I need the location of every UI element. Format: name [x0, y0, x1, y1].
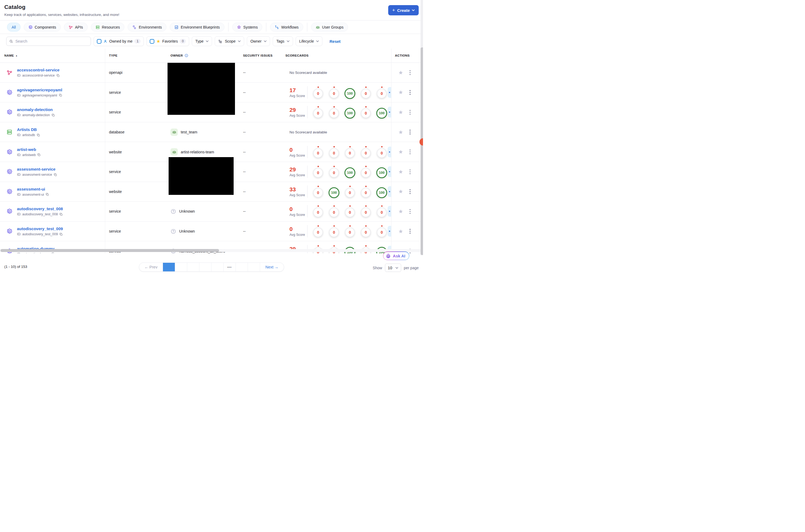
scorecard-circle[interactable]: 0 — [329, 166, 339, 177]
scorecard-circle[interactable]: 0 — [345, 225, 355, 237]
info-icon[interactable] — [184, 54, 188, 57]
tab-workflows[interactable]: Workflows — [270, 23, 303, 32]
tags-dropdown[interactable]: Tags — [273, 36, 293, 46]
favorite-star-icon[interactable] — [398, 70, 404, 75]
scorecard-circle[interactable]: 0 — [345, 146, 355, 158]
scorecard-circle[interactable]: 100 — [377, 185, 387, 198]
entity-name-link[interactable]: agnivagenericrepoyaml — [17, 88, 62, 92]
scorecard-circle[interactable]: 0 — [361, 87, 371, 98]
scorecard-circle[interactable]: 0 — [329, 225, 339, 237]
kebab-menu-icon[interactable] — [409, 149, 411, 155]
favorite-star-icon[interactable] — [398, 149, 404, 155]
favorite-star-icon[interactable] — [398, 109, 404, 115]
tab-systems[interactable]: Systems — [232, 23, 262, 32]
owned-by-me-filter[interactable]: Owned by me 1 — [94, 36, 144, 46]
scorecard-circle[interactable]: 0 — [313, 225, 323, 237]
create-button[interactable]: + Create — [388, 5, 419, 15]
entity-name-link[interactable]: Artists DB — [17, 127, 40, 132]
next-button[interactable]: Next → — [260, 263, 284, 271]
vertical-scrollbar-thumb[interactable] — [421, 48, 423, 255]
scorecard-circle[interactable]: 0 — [361, 225, 371, 237]
page-16[interactable]: 16 — [248, 263, 260, 272]
scorecard-circle[interactable]: 0 — [361, 146, 371, 158]
owner-dropdown[interactable]: Owner — [247, 36, 270, 46]
copy-icon[interactable] — [59, 213, 63, 216]
lifecycle-dropdown[interactable]: Lifecycle — [296, 36, 323, 46]
scorecard-circle[interactable]: 100 — [345, 86, 355, 99]
search-input[interactable] — [15, 39, 88, 43]
entity-name-link[interactable]: assessment-ui — [17, 187, 49, 191]
horizontal-scrollbar-thumb[interactable] — [1, 249, 219, 252]
kebab-menu-icon[interactable] — [409, 109, 411, 116]
copy-icon[interactable] — [52, 252, 55, 253]
scorecard-circle[interactable]: 0 — [361, 166, 371, 177]
scorecard-circle[interactable]: 0 — [313, 166, 323, 177]
entity-name-link[interactable]: anomaly-detection — [17, 107, 55, 112]
copy-icon[interactable] — [56, 74, 60, 77]
scorecard-circle[interactable]: 100 — [345, 165, 355, 178]
scorecard-circle[interactable]: 0 — [361, 205, 371, 217]
scorecard-circle[interactable]: 0 — [377, 146, 387, 158]
type-dropdown[interactable]: Type — [192, 36, 212, 46]
scorecard-circle[interactable]: 0 — [345, 186, 355, 197]
owned-by-me-checkbox[interactable] — [97, 39, 102, 44]
tab-resources[interactable]: Resources — [91, 23, 125, 32]
scorecard-circle[interactable]: 0 — [377, 87, 387, 98]
prev-button[interactable]: ← Prev — [139, 263, 163, 271]
tab-user-groups[interactable]: User Groups — [311, 23, 348, 32]
copy-icon[interactable] — [45, 193, 49, 196]
copy-icon[interactable] — [59, 233, 63, 236]
scorecard-circle[interactable]: 0 — [377, 225, 387, 237]
scorecard-circle[interactable]: 0 — [329, 106, 339, 118]
page-3[interactable]: 3 — [187, 263, 199, 272]
tab-components[interactable]: Components — [24, 23, 61, 32]
page-15[interactable]: 15 — [236, 263, 248, 272]
scorecard-circle[interactable]: 0 — [377, 205, 387, 217]
scorecard-circle[interactable]: 0 — [361, 186, 371, 197]
kebab-menu-icon[interactable] — [409, 228, 411, 234]
scorecard-circle[interactable]: 100 — [377, 165, 387, 178]
tab-environment-blueprints[interactable]: Environment Blueprints — [170, 23, 224, 32]
scope-dropdown[interactable]: Scope — [215, 36, 244, 46]
page-2[interactable]: 2 — [175, 263, 187, 272]
copy-icon[interactable] — [52, 113, 55, 117]
copy-icon[interactable] — [59, 94, 62, 97]
favorites-filter[interactable]: ★ Favorites 0 — [146, 36, 189, 46]
page-4[interactable]: 4 — [199, 263, 212, 272]
entity-name-link[interactable]: autodiscovery_test_008 — [17, 206, 63, 211]
entity-name-link[interactable]: autodiscovery_test_009 — [17, 226, 63, 231]
entity-name-link[interactable]: artist-web — [17, 147, 41, 152]
entity-name-link[interactable]: accesscontrol-service — [17, 68, 60, 72]
scorecard-circle[interactable]: 0 — [329, 205, 339, 217]
favorite-star-icon[interactable] — [398, 189, 404, 194]
favorite-star-icon[interactable] — [398, 90, 404, 95]
kebab-menu-icon[interactable] — [409, 188, 411, 195]
column-header-name[interactable]: NAME ▲ — [0, 54, 105, 57]
tab-environments[interactable]: Environments — [128, 23, 166, 32]
favorites-checkbox[interactable] — [150, 39, 154, 44]
page-5[interactable]: 5 — [212, 263, 224, 272]
tab-all[interactable]: All — [7, 23, 20, 32]
copy-icon[interactable] — [54, 173, 57, 176]
favorite-star-icon[interactable] — [398, 169, 404, 175]
kebab-menu-icon[interactable] — [409, 70, 411, 76]
favorite-star-icon[interactable] — [398, 209, 404, 214]
scorecard-circle[interactable]: 0 — [313, 146, 323, 158]
scorecard-circle[interactable]: 0 — [313, 186, 323, 197]
page-1[interactable]: 1 — [163, 263, 175, 272]
scorecard-circle[interactable]: 100 — [377, 106, 387, 119]
copy-icon[interactable] — [37, 133, 40, 137]
scorecard-circle[interactable]: 0 — [313, 87, 323, 98]
scorecard-circle[interactable]: 0 — [329, 87, 339, 98]
scorecard-circle[interactable]: 100 — [329, 185, 339, 198]
scorecard-circle[interactable]: 0 — [345, 205, 355, 217]
kebab-menu-icon[interactable] — [409, 208, 411, 215]
scorecard-circle[interactable]: 0 — [313, 106, 323, 118]
ask-ai-button[interactable]: Ask AI — [383, 251, 409, 260]
scorecard-circle[interactable]: 0 — [361, 106, 371, 118]
favorite-star-icon[interactable] — [398, 129, 404, 135]
tab-apis[interactable]: APIs — [64, 23, 88, 32]
scorecard-circle[interactable]: 0 — [313, 205, 323, 217]
kebab-menu-icon[interactable] — [409, 89, 411, 96]
scorecard-circle[interactable]: 100 — [345, 106, 355, 119]
